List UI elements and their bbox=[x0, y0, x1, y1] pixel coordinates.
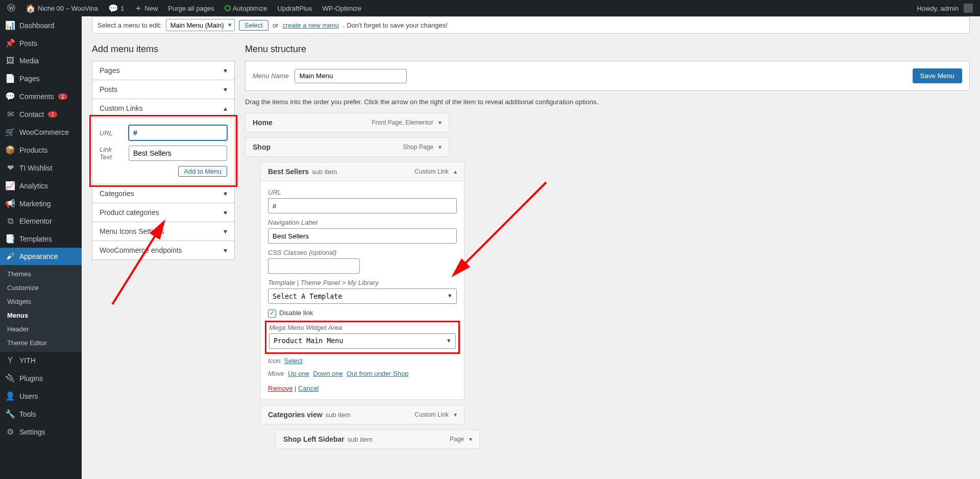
menu-name-label: Menu Name bbox=[253, 72, 289, 80]
acc-posts[interactable]: Posts▾ bbox=[92, 80, 234, 99]
menu-settings-bar: Menu Name Save Menu bbox=[245, 61, 970, 91]
select-button[interactable]: Select bbox=[239, 20, 268, 31]
sidebar-item-marketing[interactable]: 📢Marketing bbox=[0, 195, 82, 212]
chevron-up-icon: ▴ bbox=[224, 104, 227, 112]
comments-bubble[interactable]: 💬1 bbox=[104, 0, 128, 16]
acc-categories[interactable]: Categories▾ bbox=[92, 184, 234, 203]
menu-icon: 📑 bbox=[5, 234, 15, 244]
menu-item-best-sellers[interactable]: Best Sellerssub itemCustom Link▴ URL Nav… bbox=[260, 162, 464, 400]
menu-item-nav-label-input[interactable] bbox=[268, 228, 457, 244]
sidebar-item-products[interactable]: 📦Products bbox=[0, 141, 82, 159]
move-label: Move bbox=[268, 370, 284, 377]
wp-logo[interactable]: ⓦ bbox=[3, 0, 19, 16]
sidebar-item-plugins[interactable]: 🔌Plugins bbox=[0, 369, 82, 387]
menu-icon: 📄 bbox=[5, 74, 15, 83]
new-content[interactable]: ＋New bbox=[130, 0, 162, 16]
menu-select[interactable]: Main Menu (Main) bbox=[166, 19, 235, 31]
wp-optimize[interactable]: WP-Optimize bbox=[318, 0, 365, 16]
sidebar-item-posts[interactable]: 📌Posts bbox=[0, 34, 82, 52]
template-select[interactable]: Select A Template bbox=[268, 289, 457, 304]
menu-icon: 📌 bbox=[5, 38, 15, 48]
sidebar-item-woocommerce[interactable]: 🛒WooCommerce bbox=[0, 123, 82, 141]
save-menu-button[interactable]: Save Menu bbox=[913, 68, 962, 83]
admin-sidebar: 📊Dashboard📌Posts🖼Media📄Pages💬Comments1✉C… bbox=[0, 16, 82, 479]
sidebar-item-templates[interactable]: 📑Templates bbox=[0, 230, 82, 248]
chevron-up-icon[interactable]: ▴ bbox=[454, 168, 457, 175]
disable-link-checkbox[interactable] bbox=[268, 309, 276, 318]
chevron-down-icon[interactable]: ▾ bbox=[454, 411, 457, 418]
menu-item-home[interactable]: HomeFront Page, Elementor▾ bbox=[245, 113, 449, 132]
sidebar-item-users[interactable]: 👤Users bbox=[0, 387, 82, 405]
sidebar-item-yith[interactable]: YYITH bbox=[0, 352, 82, 369]
menu-icon: ⧉ bbox=[5, 217, 15, 226]
sidebar-item-media[interactable]: 🖼Media bbox=[0, 52, 82, 69]
sidebar-subitem-widgets[interactable]: Widgets bbox=[0, 295, 82, 308]
move-out-link[interactable]: Out from under Shop bbox=[347, 370, 408, 377]
sidebar-subitem-theme-editor[interactable]: Theme Editor bbox=[0, 336, 82, 350]
move-down-link[interactable]: Down one bbox=[313, 370, 343, 377]
icon-label: Icon: bbox=[268, 357, 282, 365]
menu-icon: Y bbox=[5, 356, 15, 365]
sidebar-item-tools[interactable]: 🔧Tools bbox=[0, 405, 82, 423]
nav-label-label: Navigation Label bbox=[268, 219, 457, 226]
avatar-icon bbox=[964, 4, 973, 13]
menu-icon: 🖼 bbox=[5, 56, 15, 65]
css-classes-label: CSS Classes (optional) bbox=[268, 249, 457, 256]
add-to-menu-button[interactable]: Add to Menu bbox=[178, 166, 227, 177]
purge-pages[interactable]: Purge all pages bbox=[164, 0, 218, 16]
menu-selector-bar: Select a menu to edit: Main Menu (Main) … bbox=[92, 16, 970, 34]
sidebar-item-elementor[interactable]: ⧉Elementor bbox=[0, 212, 82, 230]
chevron-down-icon: ▾ bbox=[224, 208, 227, 217]
sidebar-item-pages[interactable]: 📄Pages bbox=[0, 69, 82, 87]
sidebar-item-ti-wishlist[interactable]: ❤TI Wishlist bbox=[0, 159, 82, 177]
menu-item-shop-left-sidebar[interactable]: Shop Left Sidebarsub itemPage▾ bbox=[276, 429, 480, 449]
site-name[interactable]: 🏠Niche 00 – WooVina bbox=[21, 0, 102, 16]
menu-item-url-input[interactable] bbox=[268, 198, 457, 213]
acc-pages[interactable]: Pages▾ bbox=[92, 61, 234, 80]
menu-name-input[interactable] bbox=[295, 69, 407, 83]
sidebar-item-analytics[interactable]: 📈Analytics bbox=[0, 177, 82, 195]
menu-item-categories-view[interactable]: Categories viewsub itemCustom Link▾ bbox=[260, 405, 464, 424]
chevron-down-icon[interactable]: ▾ bbox=[438, 143, 442, 151]
sidebar-subitem-menus[interactable]: Menus bbox=[0, 308, 82, 322]
custom-link-text-input[interactable] bbox=[129, 146, 227, 161]
move-up-link[interactable]: Up one bbox=[288, 370, 309, 377]
sidebar-item-appearance[interactable]: 🖌Appearance bbox=[0, 248, 82, 265]
menu-icon: 🔌 bbox=[5, 373, 15, 383]
acc-menu-icons[interactable]: Menu Icons Settings▾ bbox=[92, 222, 234, 241]
create-menu-link[interactable]: create a new menu bbox=[282, 21, 339, 29]
chevron-down-icon: ▾ bbox=[224, 85, 227, 93]
icon-select-link[interactable]: Select bbox=[284, 357, 303, 365]
acc-wc-endpoints[interactable]: WooCommerce endpoints▾ bbox=[92, 241, 234, 259]
menu-icon: 🛒 bbox=[5, 127, 15, 137]
acc-product-categories[interactable]: Product categories▾ bbox=[92, 203, 234, 222]
sidebar-subitem-themes[interactable]: Themes bbox=[0, 267, 82, 281]
mega-menu-select[interactable]: Product Main Menu bbox=[269, 333, 456, 349]
menu-item-settings: URL Navigation Label CSS Classes (option… bbox=[261, 181, 464, 399]
custom-url-input[interactable] bbox=[129, 125, 227, 140]
sidebar-item-dashboard[interactable]: 📊Dashboard bbox=[0, 16, 82, 34]
link-text-label: Link Text bbox=[100, 146, 124, 161]
menu-item-css-input[interactable] bbox=[268, 258, 360, 274]
sidebar-item-comments[interactable]: 💬Comments1 bbox=[0, 87, 82, 105]
my-account[interactable]: Howdy, admin bbox=[913, 0, 977, 16]
autoptimize[interactable]: Autoptimize bbox=[220, 0, 272, 16]
menu-item-shop[interactable]: ShopShop Page▾ bbox=[245, 137, 449, 157]
updraftplus[interactable]: UpdraftPlus bbox=[274, 0, 316, 16]
menu-structure-heading: Menu structure bbox=[245, 44, 970, 55]
sidebar-subitem-customize[interactable]: Customize bbox=[0, 281, 82, 295]
add-items-accordion: Pages▾ Posts▾ Custom Links▴ URL Link Tex… bbox=[92, 61, 235, 260]
template-label: Template bbox=[268, 279, 295, 286]
menu-tree: HomeFront Page, Elementor▾ ShopShop Page… bbox=[245, 113, 970, 449]
chevron-down-icon[interactable]: ▾ bbox=[438, 119, 442, 126]
svg-line-3 bbox=[454, 182, 546, 274]
sidebar-item-settings[interactable]: ⚙Settings bbox=[0, 423, 82, 441]
cancel-link[interactable]: Cancel bbox=[298, 385, 318, 392]
remove-link[interactable]: Remove bbox=[268, 385, 292, 392]
chevron-down-icon: ▾ bbox=[224, 227, 227, 235]
chevron-down-icon[interactable]: ▾ bbox=[469, 436, 472, 443]
sidebar-item-contact[interactable]: ✉Contact1 bbox=[0, 105, 82, 123]
sidebar-subitem-header[interactable]: Header bbox=[0, 322, 82, 336]
acc-custom-links[interactable]: Custom Links▴ bbox=[92, 99, 234, 117]
add-items-heading: Add menu items bbox=[92, 44, 235, 55]
